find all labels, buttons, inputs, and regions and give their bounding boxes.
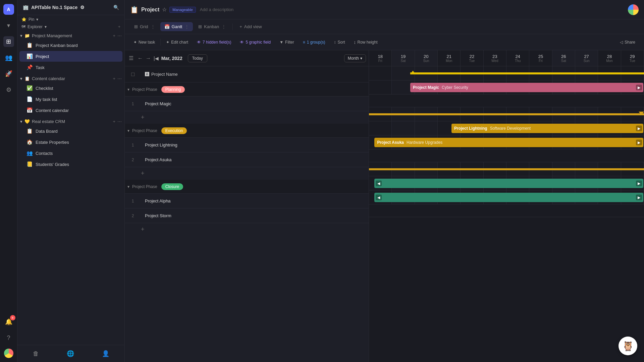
- tab-kanban[interactable]: ⊞ Kanban ⋮: [194, 22, 230, 31]
- sidebar-group-project-management[interactable]: 📁 Project Management + ⋯: [17, 31, 124, 40]
- group-chevron: [20, 119, 22, 124]
- rocket-icon[interactable]: 🚀: [3, 68, 14, 79]
- nav-back-btn[interactable]: ←: [138, 55, 143, 61]
- group-add-icon[interactable]: +: [113, 76, 115, 81]
- trash-btn[interactable]: 🗑: [31, 348, 41, 359]
- gantt-bar-project-alpha[interactable]: ◀ ▶: [374, 179, 643, 188]
- sidebar-item-grades[interactable]: 📒 Students' Grades ⋯: [19, 159, 122, 170]
- graphic-field-btn[interactable]: 👁 5 graphic field: [236, 38, 274, 46]
- sidebar-item-data-board[interactable]: 📋 Data Board ⋯: [19, 126, 122, 136]
- group-add-icon[interactable]: +: [113, 33, 115, 38]
- group-label-planning: Project Phase: [132, 87, 157, 92]
- tab-label: Add view: [244, 24, 262, 29]
- user-avatar[interactable]: A: [3, 4, 14, 15]
- sidebar-item-task-list[interactable]: 📄 My task list ⋯: [19, 94, 122, 105]
- sidebar-item-contacts[interactable]: 👥 Contacts ⋯: [19, 148, 122, 159]
- contacts-icon: 👥: [26, 150, 33, 156]
- bar-left-arrow-alpha[interactable]: ◀: [376, 181, 382, 186]
- bar-right-arrow-storm[interactable]: ▶: [636, 195, 642, 200]
- bar-right-arrow[interactable]: ▶: [636, 126, 642, 131]
- tab-more-icon[interactable]: ⋮: [222, 24, 226, 29]
- add-row-planning-btn[interactable]: +: [125, 111, 369, 124]
- sidebar-item-project[interactable]: 📊 Project ⋯: [19, 51, 122, 62]
- add-view-icon: +: [239, 24, 242, 29]
- group-btn[interactable]: ≡ 1 group(s): [300, 38, 329, 46]
- edit-chart-btn[interactable]: ✦ Edit chart: [163, 38, 192, 46]
- sidebar: 🏢 APITable No.1 Space ⚙ 🔍 ⭐ Pin 🗺 Explor…: [17, 0, 125, 362]
- sidebar-item-estate-properties[interactable]: 🏠 Estate Properties ⋯: [19, 137, 122, 147]
- share-btn[interactable]: ◁ Share: [616, 38, 639, 46]
- execution-collapse-btn[interactable]: ▾: [127, 128, 129, 133]
- kanban-tab-icon: ⊞: [198, 24, 202, 29]
- people-icon[interactable]: 👥: [3, 52, 14, 63]
- gantt-bar-project-magic[interactable]: Project Magic Cyber Security ▶: [410, 83, 643, 92]
- project-emoji: 📋: [130, 6, 139, 14]
- gantt-bar-project-lightning[interactable]: Project Lightning Software Development ▶: [451, 124, 643, 133]
- left-rail: A ▾ ⊞ 👥 🚀 ⚙ 🔔 8 ?: [0, 0, 17, 362]
- collapse-btn[interactable]: ▾: [3, 20, 14, 31]
- gantt-bar-project-storm[interactable]: ◀ ▶: [374, 193, 643, 202]
- profile-btn[interactable]: 👤: [100, 348, 111, 359]
- color-circle[interactable]: [4, 349, 13, 358]
- group-more-icon[interactable]: ⋯: [117, 119, 122, 124]
- checkbox-all[interactable]: ☐: [125, 72, 141, 77]
- notification-btn[interactable]: 🔔 8: [3, 316, 14, 327]
- filter-btn[interactable]: ▼ Filter: [276, 38, 298, 46]
- group-name: Real estate CRM: [32, 119, 65, 124]
- group-more-icon[interactable]: ⋯: [117, 76, 122, 81]
- explore-btn[interactable]: 🌐: [65, 348, 76, 359]
- tab-grid[interactable]: ⊞ Grid ⋮: [130, 22, 159, 31]
- bar-left-arrow-storm[interactable]: ◀: [376, 195, 382, 200]
- add-row-closure-btn[interactable]: +: [125, 223, 369, 236]
- row-height-btn[interactable]: ↨ Row height: [350, 38, 381, 46]
- space-settings-icon[interactable]: ⚙: [80, 5, 85, 10]
- space-icon: 🏢: [23, 5, 29, 10]
- sidebar-item-checklist[interactable]: ✅ Checklist ⋯: [19, 83, 122, 94]
- tab-gantt[interactable]: 📅 Gantt ⋮: [160, 22, 193, 31]
- main-content: 📋 Project ☆ Manageable Add a description…: [125, 0, 644, 362]
- tab-more-icon[interactable]: ⋮: [185, 24, 189, 29]
- day-col-27: 27 Sun: [575, 50, 598, 66]
- group-add-icon[interactable]: +: [113, 119, 115, 124]
- help-icon[interactable]: ?: [3, 333, 14, 343]
- explorer-section[interactable]: 🗺 Explorer +: [17, 22, 124, 30]
- pin-section[interactable]: ⭐ Pin: [17, 15, 124, 22]
- collapse-sidebar-btn[interactable]: ☰: [127, 54, 135, 63]
- sort-btn[interactable]: ↕ Sort: [330, 38, 348, 46]
- group-row-execution: ▾ Project Phase Execution: [125, 124, 369, 138]
- closure-group-bar: [369, 168, 644, 170]
- edit-chart-label: Edit chart: [171, 40, 188, 45]
- gantt-row-project-magic: Project Magic Cyber Security ▶: [369, 80, 644, 95]
- add-description-btn[interactable]: Add a description: [200, 7, 233, 12]
- support-widget[interactable]: 🦉: [619, 337, 637, 355]
- bar-right-arrow[interactable]: ▶: [636, 85, 642, 90]
- star-btn[interactable]: ☆: [162, 6, 167, 13]
- today-btn[interactable]: Today: [188, 54, 207, 62]
- group-more-icon[interactable]: ⋯: [117, 33, 122, 38]
- shield-icon[interactable]: ⚙: [3, 84, 14, 95]
- bar-right-arrow[interactable]: ▶: [636, 140, 642, 145]
- calendar-icon: 📅: [26, 107, 33, 113]
- new-task-btn[interactable]: ✦ New task: [130, 38, 158, 46]
- add-row-execution-btn[interactable]: +: [125, 167, 369, 180]
- gantt-bar-project-asuka[interactable]: Project Asuka Hardware Upgrades ▶: [374, 138, 643, 147]
- sidebar-group-real-estate[interactable]: 💛 Real estate CRM + ⋯: [17, 117, 124, 125]
- bar-right-arrow-alpha[interactable]: ▶: [636, 181, 642, 186]
- sidebar-item-project-kanban[interactable]: 📋 Project Kanban board ⋯: [19, 40, 122, 51]
- tab-more-icon[interactable]: ⋮: [151, 24, 155, 29]
- home-icon[interactable]: ⊞: [3, 36, 14, 47]
- nav-forward-btn[interactable]: →: [146, 55, 151, 61]
- month-selector[interactable]: Month ▾: [344, 54, 366, 62]
- sidebar-search-icon[interactable]: 🔍: [113, 5, 119, 10]
- sidebar-item-content-calendar[interactable]: 📅 Content calendar ⋯: [19, 105, 122, 116]
- gantt-chart-header: 18 Fri 19 Sat 20 Sun 21 Mon: [369, 50, 644, 66]
- sidebar-group-content-calendar[interactable]: 📋 Content calendar + ⋯: [17, 74, 124, 82]
- closure-collapse-btn[interactable]: ▾: [127, 184, 129, 189]
- row-num: 2: [125, 158, 141, 162]
- add-workspace-btn[interactable]: +: [118, 24, 120, 29]
- hidden-fields-btn[interactable]: 👁 7 hidden field(s): [194, 38, 234, 46]
- sidebar-item-task[interactable]: 📌 Task ⋯: [19, 62, 122, 73]
- planning-collapse-btn[interactable]: ▾: [127, 87, 129, 92]
- gantt-row-project-storm: ◀ ▶: [369, 190, 644, 204]
- tab-add-view[interactable]: + Add view: [235, 22, 266, 31]
